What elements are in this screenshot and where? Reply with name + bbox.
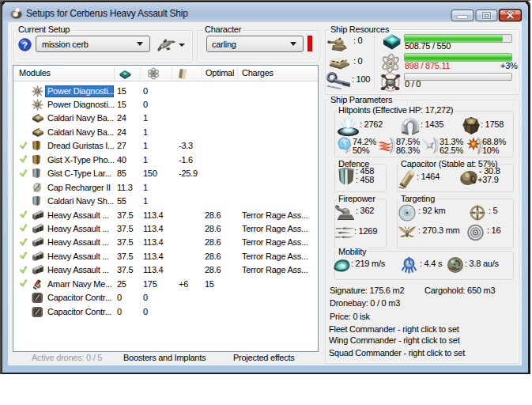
svg-text:?: ? — [22, 40, 28, 50]
